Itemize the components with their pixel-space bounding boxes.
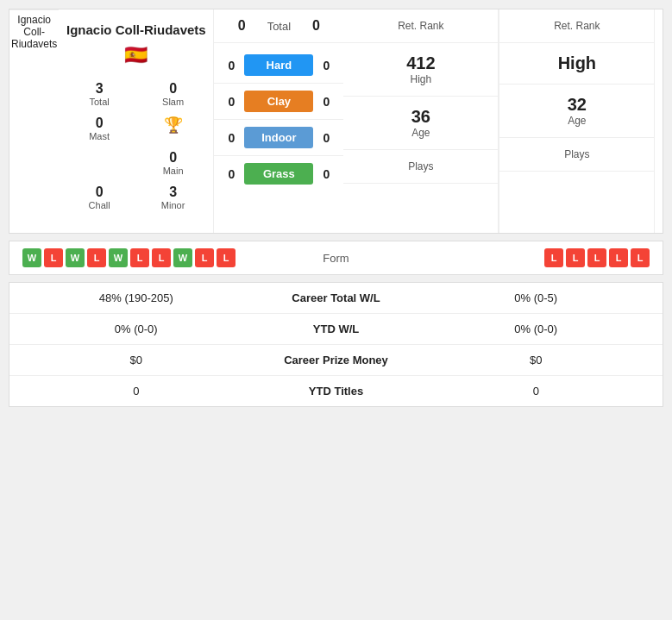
right-player-stats-grid: 0 Total 0 Slam 0 Mast 🏆 0 Main: [659, 92, 672, 229]
left-minor-cell: 3 Minor: [137, 181, 210, 214]
left-total-label: Total: [65, 97, 134, 107]
form-badge-right: L: [609, 248, 628, 267]
right-total-cell: 0 Total: [659, 92, 672, 125]
form-badge-right: L: [587, 248, 606, 267]
stats-table-row: 0% (0-0)YTD W/L0% (0-0): [9, 314, 663, 345]
left-plays-box: Plays: [343, 150, 498, 184]
left-mast-cell: 0 Mast: [63, 112, 135, 145]
stat-row-label: Career Total W/L: [250, 291, 423, 304]
right-total-score: 0: [312, 18, 320, 34]
right-form-badges: LLLLL: [371, 248, 650, 267]
left-rank-box: Ret. Rank: [343, 9, 498, 43]
left-high-label: High: [352, 73, 489, 85]
right-high-box: High: [499, 43, 654, 85]
left-total-score: 0: [238, 18, 246, 34]
left-form-badges: WLWLWLLWLL: [22, 248, 302, 267]
left-mast-label: Mast: [65, 131, 134, 141]
total-label: Total: [267, 20, 291, 33]
clay-left-score: 0: [218, 95, 244, 109]
surface-row-grass: 0 Grass 0: [214, 156, 343, 191]
left-chall-value: 0: [65, 185, 134, 200]
form-badge-left: W: [109, 248, 128, 267]
stat-row-label: Career Prize Money: [250, 354, 423, 366]
right-high-label: High: [508, 53, 645, 73]
right-mast-label: Mast: [661, 146, 672, 156]
form-badge-left: L: [130, 248, 149, 267]
stat-left-value: $0: [22, 354, 250, 366]
main-container: Ignacio Coll-Riudavets Ignacio Coll-Riud…: [0, 0, 672, 416]
grass-button[interactable]: Grass: [244, 163, 313, 185]
left-detailed-stats: Ret. Rank 412 High 36 Age Plays: [343, 9, 499, 233]
grass-left-score: 0: [218, 167, 244, 181]
left-trophy-cell: 🏆: [137, 112, 210, 145]
stat-right-value: 0: [423, 385, 650, 398]
left-slam-cell: 0 Slam: [137, 78, 210, 110]
form-badge-left: L: [44, 248, 63, 267]
stats-table-row: 0YTD Titles0: [9, 376, 663, 406]
right-total-label: Total: [661, 111, 672, 122]
form-badge-left: W: [173, 248, 192, 267]
right-chall-cell: 0 Chall: [659, 196, 672, 229]
hard-button[interactable]: Hard: [244, 54, 313, 76]
form-section: WLWLWLLWLL Form LLLLL: [9, 241, 663, 275]
indoor-right-score: 0: [313, 131, 339, 145]
right-age-value: 32: [508, 95, 645, 115]
left-slam-value: 0: [139, 81, 208, 97]
left-chall-cell: 0 Chall: [63, 181, 135, 214]
surface-row-hard: 0 Hard 0: [214, 47, 343, 84]
clay-button[interactable]: Clay: [244, 91, 313, 112]
left-age-value: 36: [352, 107, 489, 127]
stat-right-value: 0% (0-0): [423, 323, 650, 335]
left-trophy-icon: 🏆: [164, 116, 183, 134]
right-player-info: Gustavo Sampaio Antunes 🇧🇷 0 Total 0 Sla…: [654, 9, 672, 233]
stat-row-label: YTD Titles: [250, 385, 423, 398]
left-player-stats-grid: 3 Total 0 Slam 0 Mast 🏆 0 Main: [63, 78, 209, 214]
right-mast-value: 0: [661, 130, 672, 146]
form-badge-left: L: [152, 248, 171, 267]
indoor-left-score: 0: [218, 131, 244, 145]
left-total-value: 3: [65, 81, 134, 97]
left-age-label: Age: [352, 127, 489, 139]
right-player-name: Gustavo Sampaio Antunes: [659, 22, 672, 52]
center-panel: 0 Hard 0 0 Clay 0 0 Indoor 0 0 Grass: [214, 43, 343, 233]
indoor-button[interactable]: Indoor: [244, 127, 313, 148]
left-rank-label: Ret. Rank: [352, 20, 489, 32]
left-main-cell: 0 Main: [137, 147, 210, 179]
left-age-box: 36 Age: [343, 97, 498, 150]
top-section: Ignacio Coll-Riudavets Ignacio Coll-Riud…: [9, 9, 663, 234]
form-badge-left: W: [22, 248, 41, 267]
right-age-label: Age: [508, 115, 645, 127]
right-total-value: 0: [661, 96, 672, 111]
left-chall-label: Chall: [65, 200, 134, 210]
left-main-value: 0: [139, 150, 208, 166]
form-badge-right: L: [631, 248, 650, 267]
stat-right-value: $0: [423, 354, 650, 366]
left-photo-caption: Ignacio Coll-Riudavets: [9, 9, 59, 233]
right-detailed-stats: Ret. Rank High 32 Age Plays: [499, 9, 654, 233]
form-label: Form: [302, 252, 371, 265]
left-slam-label: Slam: [139, 97, 208, 107]
stat-left-value: 48% (190-205): [22, 291, 250, 304]
left-player-info: Ignacio Coll-Riudavets 🇪🇸 3 Total 0 Slam…: [59, 9, 214, 233]
right-plays-box: Plays: [499, 138, 654, 172]
right-rank-label: Ret. Rank: [508, 20, 645, 32]
form-badge-right: L: [566, 248, 585, 267]
grass-right-score: 0: [313, 167, 339, 181]
left-plays-label: Plays: [352, 160, 489, 172]
stat-row-label: YTD W/L: [250, 323, 423, 335]
surface-row-clay: 0 Clay 0: [214, 84, 343, 120]
header-row: 0 Total 0: [214, 9, 343, 43]
stats-table-row: 48% (190-205)Career Total W/L0% (0-5): [9, 283, 663, 314]
left-player-flag: 🇪🇸: [124, 44, 148, 66]
hard-left-score: 0: [218, 59, 244, 72]
form-badge-left: L: [195, 248, 214, 267]
career-stats-table: 48% (190-205)Career Total W/L0% (0-5)0% …: [9, 282, 663, 407]
left-main-label: Main: [139, 166, 208, 176]
left-minor-value: 3: [139, 185, 208, 200]
left-mast-value: 0: [65, 116, 134, 131]
left-high-box: 412 High: [343, 43, 498, 97]
stats-table-row: $0Career Prize Money$0: [9, 345, 663, 376]
clay-right-score: 0: [313, 95, 339, 109]
right-mast-cell: 0 Mast: [659, 127, 672, 160]
form-badge-left: W: [66, 248, 85, 267]
